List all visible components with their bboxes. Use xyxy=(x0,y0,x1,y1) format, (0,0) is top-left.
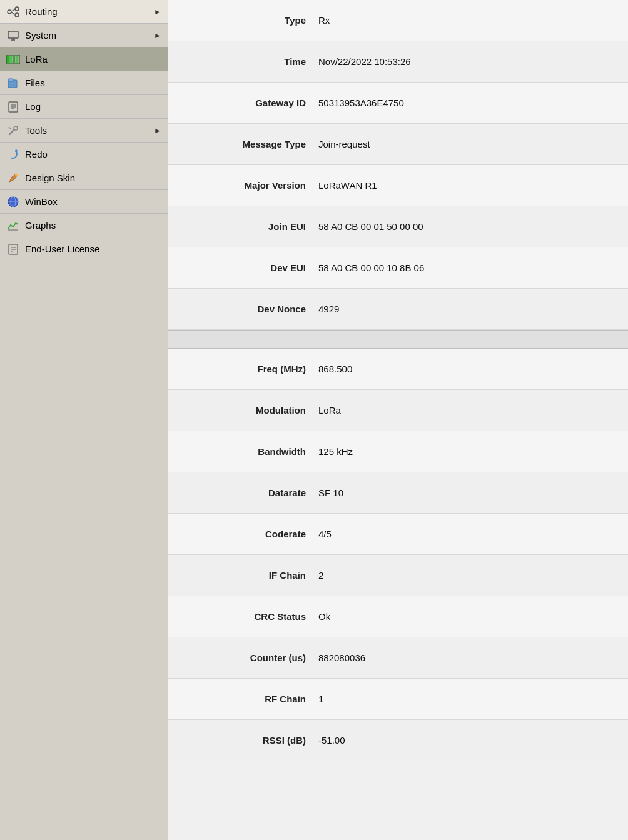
detail-label: CRC Status xyxy=(181,611,318,622)
sidebar-item-log-label: Log xyxy=(25,101,161,112)
detail-value: 1 xyxy=(318,694,615,704)
detail-row: Major Version LoRaWAN R1 xyxy=(168,165,628,206)
detail-row: Freq (MHz) 868.500 xyxy=(168,349,628,390)
detail-row: Counter (us) 882080036 xyxy=(168,638,628,679)
detail-row: Gateway ID 50313953A36E4750 xyxy=(168,82,628,124)
winbox-icon xyxy=(6,195,20,209)
sidebar-item-design-skin[interactable]: Design Skin xyxy=(0,166,168,190)
detail-value: Ok xyxy=(318,611,615,622)
svg-line-4 xyxy=(11,12,15,14)
svg-rect-9 xyxy=(9,56,12,62)
detail-row: Dev Nonce 4929 xyxy=(168,289,628,330)
lora-icon xyxy=(6,52,20,66)
files-icon xyxy=(6,76,20,90)
sidebar-item-lora-label: LoRa xyxy=(25,54,161,64)
sidebar-item-license[interactable]: End-User License xyxy=(0,238,168,261)
section-divider xyxy=(168,330,628,349)
detail-row: IF Chain 2 xyxy=(168,555,628,596)
sidebar-item-license-label: End-User License xyxy=(25,244,161,254)
sidebar-item-graphs[interactable]: Graphs xyxy=(0,214,168,238)
detail-label: Join EUI xyxy=(181,221,318,232)
graphs-icon xyxy=(6,219,20,232)
tools-icon xyxy=(6,124,20,138)
content-panel: Type Rx Time Nov/22/2022 10:53:26 Gatewa… xyxy=(168,0,628,840)
detail-label: Message Type xyxy=(181,139,318,149)
detail-value: Nov/22/2022 10:53:26 xyxy=(318,56,615,67)
sidebar-item-graphs-label: Graphs xyxy=(25,220,161,231)
detail-value: 50313953A36E4750 xyxy=(318,98,615,108)
detail-value: Join-request xyxy=(318,139,615,149)
sidebar-item-design-skin-label: Design Skin xyxy=(25,172,161,183)
svg-rect-14 xyxy=(8,79,13,81)
detail-label: IF Chain xyxy=(181,570,318,581)
section1-details: Type Rx Time Nov/22/2022 10:53:26 Gatewa… xyxy=(168,0,628,330)
detail-label: Coderate xyxy=(181,529,318,539)
svg-point-2 xyxy=(15,13,19,17)
detail-row: Coderate 4/5 xyxy=(168,514,628,555)
svg-marker-22 xyxy=(15,149,18,152)
detail-row: Datarate SF 10 xyxy=(168,472,628,514)
routing-icon xyxy=(6,5,20,19)
detail-label: Gateway ID xyxy=(181,98,318,108)
svg-line-3 xyxy=(11,9,15,11)
sidebar-item-system[interactable]: System ► xyxy=(0,24,168,48)
svg-rect-5 xyxy=(8,31,18,38)
detail-row: CRC Status Ok xyxy=(168,596,628,638)
sidebar-item-tools[interactable]: Tools ► xyxy=(0,119,168,142)
detail-row: Bandwidth 125 kHz xyxy=(168,431,628,472)
routing-arrow-icon: ► xyxy=(154,8,161,16)
detail-value: -51.00 xyxy=(318,735,615,746)
detail-value: 882080036 xyxy=(318,652,615,663)
design-icon xyxy=(6,171,20,185)
detail-value: 2 xyxy=(318,570,615,581)
detail-value: LoRa xyxy=(318,405,615,416)
sidebar-item-redo[interactable]: Redo xyxy=(0,142,168,166)
sidebar-item-redo-label: Redo xyxy=(25,149,161,159)
svg-point-23 xyxy=(15,174,18,176)
detail-label: Time xyxy=(181,56,318,67)
detail-label: Freq (MHz) xyxy=(181,364,318,374)
sidebar-item-log[interactable]: Log xyxy=(0,95,168,119)
detail-label: Counter (us) xyxy=(181,652,318,663)
detail-value: 868.500 xyxy=(318,364,615,374)
svg-line-19 xyxy=(9,129,14,134)
system-arrow-icon: ► xyxy=(154,31,161,40)
detail-value: 125 kHz xyxy=(318,446,615,457)
system-icon xyxy=(6,29,20,42)
detail-label: Dev Nonce xyxy=(181,304,318,314)
detail-value: LoRaWAN R1 xyxy=(318,180,615,191)
detail-label: RF Chain xyxy=(181,694,318,704)
detail-label: Datarate xyxy=(181,488,318,498)
sidebar-item-winbox[interactable]: WinBox xyxy=(0,190,168,214)
sidebar-item-routing[interactable]: Routing ► xyxy=(0,0,168,24)
detail-row: RSSI (dB) -51.00 xyxy=(168,720,628,761)
detail-label: Type xyxy=(181,15,318,26)
detail-row: Dev EUI 58 A0 CB 00 00 10 8B 06 xyxy=(168,248,628,289)
detail-label: Modulation xyxy=(181,405,318,416)
redo-icon xyxy=(6,148,20,161)
sidebar-item-tools-label: Tools xyxy=(25,125,154,136)
sidebar-item-system-label: System xyxy=(25,30,154,41)
detail-row: Modulation LoRa xyxy=(168,390,628,431)
detail-value: 58 A0 CB 00 01 50 00 00 xyxy=(318,221,615,232)
svg-rect-8 xyxy=(6,56,9,62)
tools-arrow-icon: ► xyxy=(154,126,161,135)
detail-value: SF 10 xyxy=(318,488,615,498)
detail-label: RSSI (dB) xyxy=(181,735,318,746)
svg-point-0 xyxy=(8,10,11,14)
sidebar-item-files[interactable]: Files xyxy=(0,71,168,95)
sidebar-item-winbox-label: WinBox xyxy=(25,196,161,207)
license-icon xyxy=(6,242,20,256)
sidebar: Routing ► System ► LoRa xyxy=(0,0,168,840)
detail-row: Join EUI 58 A0 CB 00 01 50 00 00 xyxy=(168,206,628,248)
sidebar-item-routing-label: Routing xyxy=(25,6,154,17)
section2-details: Freq (MHz) 868.500 Modulation LoRa Bandw… xyxy=(168,349,628,761)
sidebar-item-files-label: Files xyxy=(25,78,161,88)
detail-row: Type Rx xyxy=(168,0,628,41)
detail-label: Dev EUI xyxy=(181,262,318,273)
detail-row: Message Type Join-request xyxy=(168,124,628,165)
detail-value: 4/5 xyxy=(318,529,615,539)
detail-value: 58 A0 CB 00 00 10 8B 06 xyxy=(318,262,615,273)
detail-value: Rx xyxy=(318,15,615,26)
sidebar-item-lora[interactable]: LoRa xyxy=(0,48,168,71)
